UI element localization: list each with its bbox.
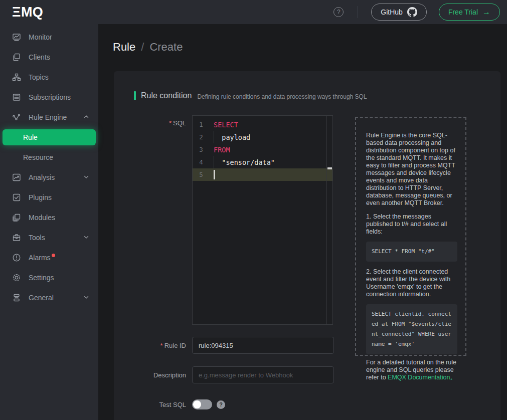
github-button[interactable]: GitHub bbox=[371, 4, 427, 21]
sidebar: ΞMQ Monitor Clients Topics Subscriptions bbox=[0, 0, 98, 420]
required-asterisk: * bbox=[160, 342, 163, 349]
test-sql-row: Test SQL ? bbox=[114, 399, 500, 409]
editor-scrollbar-track[interactable] bbox=[326, 116, 327, 324]
help-footer: For a detailed tutorial on the rule engi… bbox=[366, 359, 467, 381]
sql-label: *SQL bbox=[114, 115, 192, 127]
sidebar-item-label: Modules bbox=[29, 214, 55, 222]
sidebar-item-label: Tools bbox=[29, 234, 45, 242]
sidebar-item-label: Analysis bbox=[29, 173, 55, 181]
sidebar-item-rule-engine[interactable]: Rule Engine bbox=[0, 107, 98, 127]
sidebar-item-label: General bbox=[29, 294, 54, 302]
sidebar-item-rule[interactable]: Rule bbox=[3, 129, 96, 145]
sql-editor[interactable]: 1 SELECT 2 payload 3 FROM 4 bbox=[192, 115, 333, 325]
sidebar-nav: Monitor Clients Topics Subscriptions Rul bbox=[0, 24, 98, 308]
editor-line-current: 5 bbox=[193, 168, 332, 181]
arrow-right-icon: → bbox=[482, 8, 490, 17]
sidebar-item-resource[interactable]: Resource bbox=[0, 147, 98, 167]
line-number: 2 bbox=[193, 133, 210, 141]
sidebar-item-label: Settings bbox=[29, 274, 54, 282]
chevron-down-icon bbox=[83, 294, 89, 302]
free-trial-button[interactable]: Free Trial → bbox=[439, 4, 500, 21]
line-number: 5 bbox=[193, 171, 210, 178]
sidebar-item-label: Plugins bbox=[29, 193, 52, 201]
help-intro: Rule Engine is the core SQL-based data p… bbox=[366, 132, 457, 207]
editor-line: 2 payload bbox=[193, 131, 332, 143]
rule-id-label: *Rule ID bbox=[114, 342, 192, 349]
topics-icon bbox=[12, 73, 21, 82]
general-icon bbox=[12, 293, 21, 302]
sidebar-item-clients[interactable]: Clients bbox=[0, 47, 98, 67]
line-text: SELECT bbox=[210, 121, 238, 129]
chevron-up-icon bbox=[83, 113, 89, 121]
editor-line: 4 "sensor/data" bbox=[193, 156, 332, 168]
line-number: 4 bbox=[193, 158, 210, 166]
rule-create-card: Rule condition Defining rule conditions … bbox=[114, 71, 500, 420]
sidebar-item-label: Alarms bbox=[29, 254, 51, 262]
alarm-alert-badge bbox=[52, 254, 55, 257]
editor-scrollbar-thumb[interactable] bbox=[327, 167, 332, 169]
breadcrumb-page: Create bbox=[149, 41, 183, 54]
sidebar-item-tools[interactable]: Tools bbox=[0, 228, 98, 248]
help-code-sample-2: SELECT clientid, connected_at FROM "$eve… bbox=[366, 304, 457, 354]
help-footer-suffix: 。 bbox=[450, 374, 456, 381]
test-sql-toggle[interactable] bbox=[192, 399, 212, 409]
section-title: Rule condition bbox=[141, 91, 192, 100]
required-asterisk: * bbox=[169, 119, 172, 127]
test-sql-help-icon[interactable]: ? bbox=[217, 400, 225, 409]
chevron-down-icon bbox=[83, 173, 89, 181]
sidebar-item-general[interactable]: General bbox=[0, 288, 98, 308]
breadcrumb: Rule / Create bbox=[113, 41, 507, 54]
emqx-documentation-link[interactable]: EMQX Documentation bbox=[388, 374, 450, 381]
help-panel: Rule Engine is the core SQL-based data p… bbox=[355, 117, 466, 356]
line-number: 3 bbox=[193, 146, 210, 153]
rule-engine-icon bbox=[12, 113, 21, 122]
github-icon bbox=[407, 7, 417, 17]
gear-icon bbox=[12, 273, 21, 282]
line-text: "sensor/data" bbox=[210, 158, 275, 166]
analysis-icon bbox=[12, 173, 21, 182]
sidebar-item-label: Monitor bbox=[29, 33, 52, 41]
alarms-icon bbox=[12, 253, 21, 262]
main-content: Rule / Create Rule condition Defining ru… bbox=[98, 24, 507, 420]
breadcrumb-section[interactable]: Rule bbox=[113, 41, 135, 54]
sidebar-item-subscriptions[interactable]: Subscriptions bbox=[0, 87, 98, 107]
indent-guide bbox=[214, 156, 214, 168]
sidebar-item-settings[interactable]: Settings bbox=[0, 268, 98, 288]
editor-line: 3 FROM bbox=[193, 143, 332, 156]
rule-id-input[interactable] bbox=[192, 337, 334, 354]
sidebar-item-analysis[interactable]: Analysis bbox=[0, 167, 98, 187]
free-trial-label: Free Trial bbox=[448, 8, 478, 16]
help-step-2: 2. Select the client connected event and… bbox=[366, 268, 457, 298]
description-input[interactable] bbox=[192, 366, 334, 383]
sidebar-item-topics[interactable]: Topics bbox=[0, 67, 98, 87]
clients-icon bbox=[12, 53, 21, 62]
sidebar-item-alarms[interactable]: Alarms bbox=[0, 248, 98, 268]
section-accent-bar bbox=[134, 91, 136, 100]
monitor-icon bbox=[12, 33, 21, 42]
sidebar-item-label: Rule bbox=[23, 133, 38, 141]
tools-icon bbox=[12, 233, 21, 242]
toggle-knob bbox=[193, 400, 201, 408]
help-icon[interactable]: ? bbox=[333, 7, 344, 17]
line-text: payload bbox=[210, 133, 250, 141]
help-step-1: 1. Select the messages published to t/# … bbox=[366, 213, 457, 236]
modules-icon bbox=[12, 213, 21, 222]
line-text: FROM bbox=[210, 146, 230, 154]
sidebar-item-label: Topics bbox=[29, 73, 49, 81]
line-number: 1 bbox=[193, 121, 210, 128]
editor-line: 1 SELECT bbox=[193, 118, 332, 131]
sidebar-item-monitor[interactable]: Monitor bbox=[0, 27, 98, 47]
topbar-divider bbox=[358, 6, 358, 18]
breadcrumb-separator: / bbox=[141, 41, 144, 54]
help-code-sample-1: SELECT * FROM "t/#" bbox=[366, 242, 457, 262]
sidebar-item-modules[interactable]: Modules bbox=[0, 207, 98, 228]
section-header: Rule condition Defining rule conditions … bbox=[114, 71, 500, 100]
sidebar-item-label: Rule Engine bbox=[29, 113, 67, 121]
section-subtitle: Defining rule conditions and data proces… bbox=[197, 93, 367, 100]
sidebar-item-plugins[interactable]: Plugins bbox=[0, 187, 98, 207]
indent-guide bbox=[214, 131, 214, 143]
description-label: Description bbox=[114, 371, 192, 379]
chevron-down-icon bbox=[83, 234, 89, 242]
emq-logo: ΞMQ bbox=[0, 0, 98, 24]
subscriptions-icon bbox=[12, 93, 21, 102]
